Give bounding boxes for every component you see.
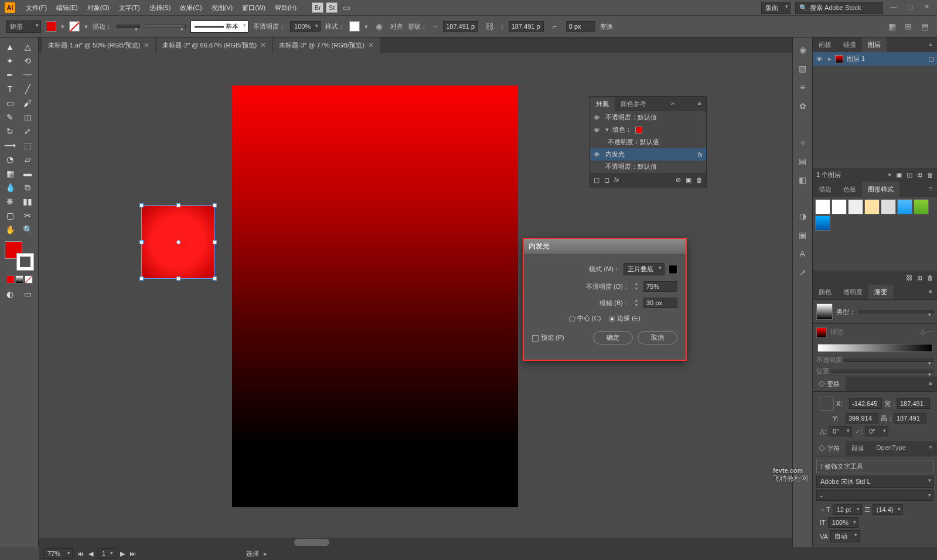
- scale-tool[interactable]: ⤢: [19, 124, 36, 138]
- tab-appearance[interactable]: 外观: [590, 97, 615, 111]
- doc-tab-1[interactable]: 未标题-1.ai* @ 50% (RGB/预览)✕: [42, 37, 155, 53]
- h-input[interactable]: [894, 413, 926, 424]
- line-tool[interactable]: ╱: [19, 82, 36, 96]
- trash-icon[interactable]: 🗑: [927, 274, 933, 281]
- trash-icon[interactable]: 🗑: [696, 176, 703, 183]
- gradient-preview[interactable]: [816, 303, 833, 320]
- brush-def[interactable]: 基本: [190, 21, 248, 33]
- selection-tool[interactable]: ▲: [1, 40, 19, 54]
- prev-page-icon[interactable]: ◀: [88, 550, 93, 558]
- menu-select[interactable]: 选择(S): [146, 2, 175, 14]
- h-scrollbar[interactable]: [39, 538, 792, 547]
- tab-transparency[interactable]: 透明度: [837, 285, 868, 299]
- tab-gradient[interactable]: 渐变: [868, 285, 893, 299]
- fx-icon[interactable]: fx: [614, 176, 619, 183]
- recolor-icon[interactable]: ◉: [373, 20, 386, 33]
- free-transform-tool[interactable]: ⬚: [19, 138, 36, 152]
- panel-menu-icon[interactable]: ▤: [918, 20, 931, 33]
- brush-tool[interactable]: 🖌: [19, 96, 36, 110]
- shape-type[interactable]: 矩形: [6, 21, 41, 33]
- eyedropper-tool[interactable]: 💧: [1, 180, 19, 194]
- artboard-tool[interactable]: ▢: [1, 209, 19, 223]
- zoom-tool[interactable]: 🔍: [19, 223, 36, 237]
- shaper-tool[interactable]: ✎: [1, 110, 19, 124]
- graph-tool[interactable]: ▮▮: [19, 194, 36, 209]
- font-size[interactable]: 12 pt: [833, 504, 862, 515]
- glow-color-swatch[interactable]: [668, 265, 677, 274]
- doc-tab-2[interactable]: 未标题-2* @ 66.67% (RGB/预览)✕: [156, 37, 272, 53]
- menu-object[interactable]: 对象(O): [84, 2, 113, 14]
- link-wh-icon[interactable]: ⛓: [483, 20, 496, 33]
- preview-checkbox[interactable]: 预览 (P): [532, 333, 564, 342]
- export-icon[interactable]: ↗: [796, 266, 809, 279]
- window-minimize[interactable]: —: [888, 3, 899, 12]
- ok-button[interactable]: 确定: [593, 331, 633, 344]
- new-layer-icon[interactable]: ⊞: [917, 171, 922, 179]
- menu-effect[interactable]: 效果(C): [176, 2, 205, 14]
- window-maximize[interactable]: ▢: [904, 3, 916, 12]
- tab-character[interactable]: ◇ 字符: [813, 441, 846, 456]
- new-fill-icon[interactable]: ▢: [594, 176, 599, 184]
- transparency-icon[interactable]: ◧: [796, 173, 809, 186]
- blend-mode-select[interactable]: 正片叠底: [623, 263, 665, 275]
- rectangle-tool[interactable]: ▭: [1, 96, 19, 110]
- perspective-tool[interactable]: ▱: [19, 152, 36, 166]
- shape-builder-tool[interactable]: ◔: [1, 152, 19, 166]
- y-input[interactable]: [846, 413, 878, 424]
- trash-icon[interactable]: 🗑: [927, 172, 933, 179]
- gradient-type-select[interactable]: [859, 310, 933, 313]
- height-input[interactable]: [509, 21, 544, 32]
- rotate-input[interactable]: 0°: [829, 426, 852, 436]
- blur-input[interactable]: [643, 298, 677, 308]
- close-icon[interactable]: ✕: [260, 41, 266, 49]
- symbols-icon[interactable]: ✿: [796, 100, 809, 112]
- make-clip-icon[interactable]: ▣: [896, 171, 902, 179]
- tab-swatches[interactable]: 色板: [837, 182, 862, 197]
- tracking[interactable]: 自动: [830, 530, 860, 542]
- tab-color[interactable]: 颜色: [813, 285, 837, 299]
- fill-swatch[interactable]: [46, 21, 56, 32]
- width-input[interactable]: [443, 21, 478, 32]
- rotate-tool[interactable]: ↻: [1, 124, 19, 138]
- selected-rectangle[interactable]: [141, 205, 215, 279]
- character-icon[interactable]: A: [796, 247, 809, 260]
- spinner-icon[interactable]: ▴▾: [633, 298, 640, 308]
- font-family-select[interactable]: Adobe 宋体 Std L: [816, 476, 933, 488]
- close-icon[interactable]: ✕: [144, 41, 149, 49]
- eye-icon[interactable]: 👁: [594, 127, 602, 134]
- tab-graphic-styles[interactable]: 图形样式: [862, 182, 899, 197]
- locate-icon[interactable]: ⌖: [888, 171, 891, 179]
- doc-tab-3[interactable]: 未标题-3* @ 77% (RGB/预览)✕: [273, 37, 380, 53]
- screen-mode[interactable]: ▭: [19, 287, 36, 301]
- eye-icon[interactable]: 👁: [594, 114, 602, 121]
- new-stroke-icon[interactable]: ◻: [604, 176, 609, 184]
- menu-help[interactable]: 帮助(H): [271, 2, 300, 14]
- direct-select-tool[interactable]: △: [19, 40, 36, 54]
- eraser-tool[interactable]: ◫: [19, 110, 36, 124]
- doc-setup-icon[interactable]: ▦: [885, 20, 898, 33]
- opacity-input[interactable]: [643, 281, 677, 292]
- center-radio[interactable]: 中心 (C): [569, 314, 601, 323]
- corner-icon[interactable]: ⌐: [548, 20, 561, 33]
- type-tool[interactable]: T: [1, 82, 19, 96]
- mesh-tool[interactable]: ▦: [1, 166, 19, 180]
- eye-icon[interactable]: 👁: [594, 151, 602, 158]
- shear-input[interactable]: 0°: [865, 426, 888, 436]
- panel-menu[interactable]: ≡: [924, 37, 937, 52]
- panel-menu[interactable]: ≡: [693, 97, 706, 111]
- stroke-icon[interactable]: ⟐: [796, 136, 809, 149]
- menu-edit[interactable]: 编辑(E): [53, 2, 81, 14]
- tab-artboards[interactable]: 画板: [813, 37, 837, 52]
- cancel-button[interactable]: 取消: [638, 331, 677, 344]
- eye-icon[interactable]: 👁: [816, 56, 824, 63]
- page-input[interactable]: 1: [98, 548, 115, 559]
- spinner-icon[interactable]: ▴▾: [633, 282, 640, 291]
- first-page-icon[interactable]: ⏮: [77, 550, 84, 557]
- menu-view[interactable]: 视图(V): [208, 2, 237, 14]
- menu-window[interactable]: 窗口(W): [238, 2, 269, 14]
- var-width[interactable]: [145, 25, 186, 28]
- blend-tool[interactable]: ⧉: [19, 180, 36, 194]
- gradient-tool[interactable]: ▬: [19, 166, 36, 180]
- curvature-tool[interactable]: 〰: [19, 68, 36, 82]
- layer-row[interactable]: 👁 ▸ 图层 1: [813, 52, 937, 66]
